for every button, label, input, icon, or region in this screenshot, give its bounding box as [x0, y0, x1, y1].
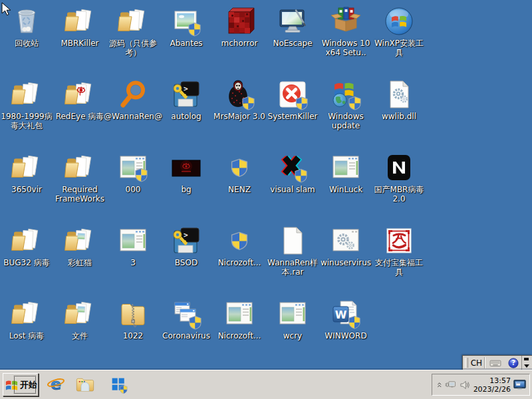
- chevron-down-icon: [524, 364, 529, 368]
- desktop-icon-visual-slam[interactable]: visual slam: [266, 152, 319, 225]
- desktop-icon-1022[interactable]: 1022: [106, 298, 160, 371]
- folder-redeye-icon: [64, 78, 96, 110]
- help-button[interactable]: [505, 356, 521, 370]
- file-explorer-icon[interactable]: [74, 374, 96, 395]
- desktop-icon-mchorror[interactable]: mchorror: [213, 5, 266, 78]
- desktop-icon-wwlib-dll[interactable]: wwlib.dll: [372, 78, 426, 152]
- icon-label: 源码（只供参 考）: [109, 39, 157, 57]
- open-folder-icon: [11, 298, 43, 330]
- start-button[interactable]: 开始: [3, 373, 39, 396]
- icon-label: 支付宝集福工 具: [375, 258, 423, 277]
- desktop-icon-nenz[interactable]: NENZ: [213, 152, 266, 225]
- network-icon[interactable]: [445, 378, 457, 392]
- open-folder-icon: [64, 5, 96, 37]
- icon-label: Windows update: [328, 112, 364, 130]
- desktop-icon-winword[interactable]: WINWORD: [319, 298, 372, 371]
- desktop-icon-abantes[interactable]: Abantes: [160, 5, 213, 78]
- icon-label: MBRKiller: [61, 39, 98, 48]
- red-calligraphy-icon: [383, 225, 415, 257]
- desktop-icon-bsod[interactable]: BSOD: [160, 225, 213, 298]
- icon-label: wwlib.dll: [382, 112, 416, 121]
- icon-label: 3: [130, 258, 136, 267]
- window-gears-icon: [330, 225, 362, 257]
- desktop-icon-required-frameworks[interactable]: Required FrameWorks: [53, 152, 106, 225]
- dll-page-icon: [383, 78, 415, 110]
- uac-shield-icon: [223, 225, 255, 257]
- desktop-icon-000[interactable]: 000: [106, 152, 160, 225]
- desktop-icon-mrsmajor[interactable]: MrsMajor 3.0: [213, 78, 266, 152]
- desktop-icon-winxp-tool[interactable]: WinXP安装工 具: [372, 5, 426, 78]
- options-button[interactable]: [524, 358, 529, 360]
- desktop-icon-bg[interactable]: bg: [160, 152, 213, 225]
- icon-label: Lost 病毒: [9, 331, 45, 340]
- app-window-icon: [117, 225, 149, 257]
- desktop-icon-3650vir[interactable]: 3650vir: [0, 152, 53, 225]
- desktop-icon-noescape[interactable]: NoEscape: [266, 5, 319, 78]
- icon-label: 彩虹猫: [68, 258, 92, 267]
- icon-label: BSOD: [175, 258, 198, 267]
- display-tray-icon[interactable]: [513, 378, 527, 392]
- uac-shield-icon: [223, 152, 255, 184]
- desktop-icon-autolog[interactable]: autolog: [160, 78, 213, 152]
- desktop-icon-alipay-fu[interactable]: 支付宝集福工 具: [372, 225, 426, 298]
- icon-label: Required FrameWorks: [55, 185, 104, 203]
- x3d-shield-icon: [277, 152, 309, 184]
- icon-label: Abantes: [170, 39, 202, 48]
- desktop-icon-mbr-virus[interactable]: 国产MBR病毒 2.0: [372, 152, 426, 225]
- n-logo-icon: [383, 152, 415, 184]
- desktop-icon-recycle-bin[interactable]: 回收站: [0, 5, 53, 78]
- drag-handle[interactable]: [465, 358, 468, 368]
- desktop-icon-wannaren-rar[interactable]: WannaRen样 本.rar: [266, 225, 319, 298]
- desktop-icon-redeye[interactable]: RedEye 病毒: [53, 78, 106, 152]
- icon-label: RedEye 病毒: [56, 112, 104, 121]
- desktop-icon-coronavirus[interactable]: Coronavirus: [160, 298, 213, 371]
- blank-page-icon: [277, 225, 309, 257]
- redstone-block-icon: [223, 5, 255, 37]
- taskbar: 开始 13:57 2023/2/26: [0, 370, 532, 399]
- collapse-chevron-icon[interactable]: [436, 380, 443, 390]
- desktop-icon-win10-setup[interactable]: Windows 10 x64 Setu..: [319, 5, 372, 78]
- desktop-icon-lost-virus[interactable]: Lost 病毒: [0, 298, 53, 371]
- desktop[interactable]: 回收站 MBRKiller 源码（只供参 考） Abantes mchorror…: [0, 0, 426, 371]
- desktop-icon-source-code[interactable]: 源码（只供参 考）: [106, 5, 160, 78]
- desktop-icon-wcry[interactable]: wcry: [266, 298, 319, 371]
- desktop-icon-winuservirus[interactable]: winuservirus: [319, 225, 372, 298]
- internet-explorer-icon[interactable]: [46, 374, 66, 394]
- language-bar-options: [521, 356, 532, 370]
- picture-shield-icon: [170, 5, 202, 37]
- icon-label: BUG32 病毒: [3, 258, 49, 267]
- magnifier-icon: [117, 78, 149, 110]
- icon-label: 1980-1999病 毒大礼包: [1, 112, 52, 130]
- minimize-button[interactable]: [524, 363, 529, 368]
- tray-time: 13:57: [473, 376, 511, 385]
- windows-defender-icon[interactable]: [108, 374, 128, 394]
- desktop-icon-files[interactable]: 文件: [53, 298, 106, 371]
- open-folder-picture-icon: [64, 298, 96, 330]
- open-folder-icon: [11, 78, 43, 110]
- icon-label: 000: [126, 185, 141, 194]
- language-bar[interactable]: CH: [462, 355, 532, 370]
- icon-label: NoEscape: [273, 39, 312, 48]
- doll-shield-icon: [223, 78, 255, 110]
- icon-label: @WannaRen@: [104, 112, 162, 121]
- desktop-icon-bug32[interactable]: BUG32 病毒: [0, 225, 53, 298]
- desktop-icon-systemkiller[interactable]: SystemKiller: [266, 78, 319, 152]
- desktop-icon-rainbow-cat[interactable]: 彩虹猫: [53, 225, 106, 298]
- desktop-icon-virus-pack[interactable]: 1980-1999病 毒大礼包: [0, 78, 53, 152]
- desktop-icon-3[interactable]: 3: [106, 225, 160, 298]
- icon-label: 回收站: [15, 39, 39, 48]
- floppy-terminal-icon: [170, 78, 202, 110]
- desktop-icon-wannaren[interactable]: @WannaRen@: [106, 78, 160, 152]
- keyboard-button[interactable]: [485, 356, 505, 370]
- desktop-icon-nicrozoft-2[interactable]: Nicrozoft...: [213, 298, 266, 371]
- language-indicator[interactable]: CH: [469, 356, 484, 370]
- volume-icon[interactable]: [459, 378, 471, 392]
- open-folder-icon: [11, 225, 43, 257]
- desktop-icon-windows-update[interactable]: Windows update: [319, 78, 372, 152]
- desktop-icon-winluck[interactable]: WinLuck: [319, 152, 372, 225]
- desktop-icon-mbrkiller[interactable]: MBRKiller: [53, 5, 106, 78]
- desktop-icon-nicrozoft-1[interactable]: Nicrozoft...: [213, 225, 266, 298]
- icon-label: Nicrozoft...: [218, 258, 261, 267]
- icon-label: bg: [181, 185, 191, 194]
- clock[interactable]: 13:57 2023/2/26: [473, 376, 511, 394]
